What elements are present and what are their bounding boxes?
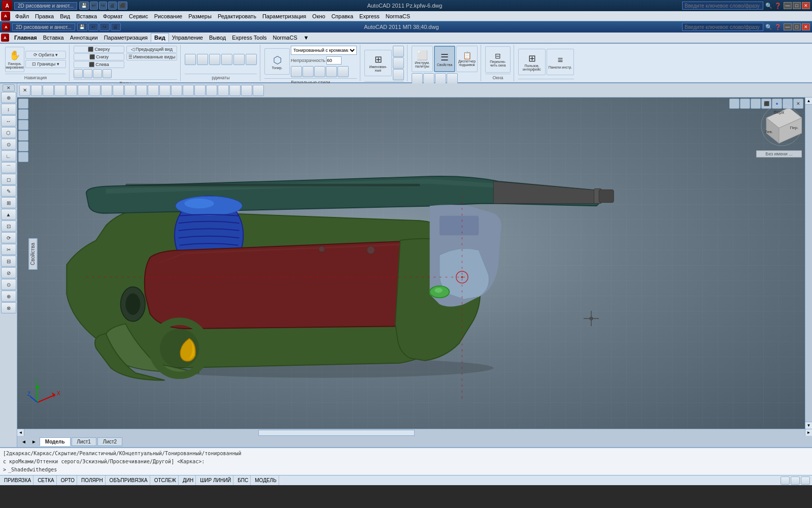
redo-icon[interactable]: ↪ bbox=[99, 2, 107, 10]
view-bottom-btn[interactable]: ⬛Снизу bbox=[74, 53, 124, 60]
tool14[interactable]: ✂ bbox=[1, 244, 16, 255]
status-otrack[interactable]: ОТСЛЕЖ bbox=[152, 475, 179, 485]
nav-icon[interactable]: ⬛ bbox=[118, 2, 127, 10]
vt-btn9[interactable] bbox=[124, 85, 136, 96]
status-model[interactable]: МОДЕЛЬ bbox=[253, 475, 279, 485]
insert-menu-item[interactable]: Вставка bbox=[73, 12, 100, 20]
coord-icon2[interactable] bbox=[197, 54, 208, 65]
vs-icon1[interactable] bbox=[291, 66, 302, 77]
vl-btn2[interactable] bbox=[18, 109, 28, 119]
express-menu-item[interactable]: Express bbox=[356, 12, 383, 20]
viewport[interactable]: Верх Лев. Пер. Без имени ... X bbox=[17, 98, 812, 429]
coord-icon4[interactable] bbox=[221, 54, 232, 65]
tool9[interactable]: ✎ bbox=[1, 185, 16, 197]
coord-icon5[interactable] bbox=[233, 54, 245, 65]
vt-btn19[interactable] bbox=[241, 85, 252, 96]
status-tps[interactable]: БПС bbox=[235, 475, 251, 485]
tool4[interactable]: ⬡ bbox=[1, 127, 16, 138]
nav-prev-layout-btn[interactable]: ◄ bbox=[19, 439, 28, 444]
view-sw-btn[interactable] bbox=[74, 69, 83, 78]
outer-close-btn[interactable]: ✕ bbox=[802, 2, 810, 9]
vp-icon2[interactable] bbox=[393, 57, 404, 69]
tool1[interactable]: ⊕ bbox=[1, 92, 16, 103]
palette-icon4[interactable] bbox=[447, 73, 458, 84]
help-menu-item[interactable]: Справка bbox=[328, 12, 356, 20]
vt-btn18[interactable] bbox=[229, 85, 241, 96]
inner-save-btn[interactable]: 💾 bbox=[77, 23, 87, 31]
vt-btn11[interactable] bbox=[148, 85, 159, 96]
limits-btn[interactable]: ⊡ Границы ▾ bbox=[25, 60, 66, 68]
status-ortho[interactable]: ОРТО bbox=[59, 475, 77, 485]
scroll-down-btn[interactable]: ▼ bbox=[805, 422, 813, 429]
nav-icon1[interactable] bbox=[781, 477, 790, 485]
tab-manage[interactable]: Управление bbox=[169, 34, 206, 42]
view-left-btn[interactable]: ⬛Слева bbox=[74, 61, 124, 68]
viewport-vscrollbar[interactable]: ▲ ▼ bbox=[805, 98, 812, 429]
status-snap[interactable]: ПРИВЯЗКА bbox=[2, 475, 33, 485]
tab-home[interactable]: Главная bbox=[11, 34, 40, 42]
window-menu-item[interactable]: Окно bbox=[309, 12, 328, 20]
vt-btn3[interactable] bbox=[54, 85, 65, 96]
nav-icon2[interactable] bbox=[791, 477, 800, 485]
h-scrollbar[interactable]: ◄ ► bbox=[17, 429, 812, 436]
save-icon[interactable]: 💾 bbox=[79, 2, 89, 10]
visual-style-large-btn[interactable]: ⬡ Тонир. bbox=[264, 48, 290, 75]
vs-icon4[interactable] bbox=[326, 66, 337, 77]
hscroll-right-btn[interactable]: ► bbox=[805, 429, 812, 436]
modify-menu-item[interactable]: Редактировать bbox=[215, 12, 259, 20]
view-top-btn[interactable]: ⬛Сверху bbox=[74, 46, 124, 53]
print-icon[interactable]: 🖨 bbox=[108, 2, 117, 10]
tool5[interactable]: ⊙ bbox=[1, 139, 16, 150]
tool18[interactable]: ⊕ bbox=[1, 291, 16, 302]
vt-btn7[interactable] bbox=[101, 85, 112, 96]
vtr-btn3[interactable] bbox=[751, 99, 761, 109]
inner-redo-btn[interactable]: ↪ bbox=[99, 23, 110, 31]
orbit-btn[interactable]: ⟳ Орбита ▾ bbox=[25, 51, 66, 59]
view-ne-btn[interactable] bbox=[93, 69, 102, 78]
inner-print-btn[interactable]: 🖨 bbox=[111, 23, 121, 31]
vt-btn8[interactable] bbox=[113, 85, 124, 96]
vs-icon3[interactable] bbox=[314, 66, 325, 77]
vt-btn20[interactable] bbox=[253, 85, 264, 96]
prev-view-btn[interactable]: ◁Предыдущий вид bbox=[126, 46, 177, 53]
vtr-btn7[interactable]: ✕ bbox=[793, 99, 803, 109]
tool16[interactable]: ⊘ bbox=[1, 267, 16, 278]
file-menu-item[interactable]: Файл bbox=[12, 12, 32, 20]
tool15[interactable]: ⊟ bbox=[1, 256, 16, 267]
tool8[interactable]: ◻ bbox=[1, 174, 16, 185]
palette-icon3[interactable] bbox=[435, 73, 446, 84]
status-osnap[interactable]: ОБЪПРИВЯЗКА bbox=[108, 475, 150, 485]
properties-large-btn[interactable]: ☰ Свойства bbox=[434, 46, 455, 72]
vt-btn10[interactable] bbox=[136, 85, 147, 96]
vt-btn2[interactable] bbox=[43, 85, 54, 96]
tool-panels-btn[interactable]: ≡ Панели инстр. bbox=[547, 49, 574, 75]
vl-btn3[interactable] bbox=[18, 120, 28, 130]
tool10[interactable]: ⊞ bbox=[1, 197, 16, 208]
close-panel-btn[interactable]: ✕ bbox=[3, 84, 15, 91]
tab-parametric[interactable]: Параметризация bbox=[101, 34, 151, 42]
tool17[interactable]: ⊙ bbox=[1, 279, 16, 290]
outer-search-input[interactable] bbox=[682, 2, 763, 10]
tool2[interactable]: ↕ bbox=[1, 104, 16, 115]
status-polar[interactable]: ПОЛЯРН bbox=[79, 475, 106, 485]
vt-btn16[interactable] bbox=[206, 85, 217, 96]
vt-btn6[interactable] bbox=[89, 85, 100, 96]
view-menu-item[interactable]: Вид bbox=[57, 12, 73, 20]
parametric-menu-item[interactable]: Параметризация bbox=[259, 12, 309, 20]
scroll-up-btn[interactable]: ▲ bbox=[805, 98, 813, 105]
inner-help-icon[interactable]: ❓ bbox=[774, 24, 782, 30]
vp-icon3[interactable] bbox=[393, 69, 404, 80]
vt-btn17[interactable] bbox=[218, 85, 229, 96]
coord-icon6[interactable] bbox=[246, 54, 257, 65]
vt-btn4[interactable] bbox=[66, 85, 77, 96]
vt-btn15[interactable] bbox=[194, 85, 206, 96]
normacs-menu-item[interactable]: NormaCS bbox=[383, 12, 413, 20]
hscroll-left-btn[interactable]: ◄ bbox=[17, 429, 24, 436]
palette-icon2[interactable] bbox=[423, 73, 434, 84]
vtr-btn1[interactable] bbox=[729, 99, 739, 109]
edit-menu-item[interactable]: Правка bbox=[32, 12, 57, 20]
tab-sheet1[interactable]: Лист1 bbox=[72, 437, 96, 446]
undo-icon[interactable]: ↩ bbox=[90, 2, 98, 10]
vl-btn4[interactable] bbox=[18, 131, 28, 141]
named-vp-btn[interactable]: ⊞ Именован-ные bbox=[364, 50, 392, 76]
